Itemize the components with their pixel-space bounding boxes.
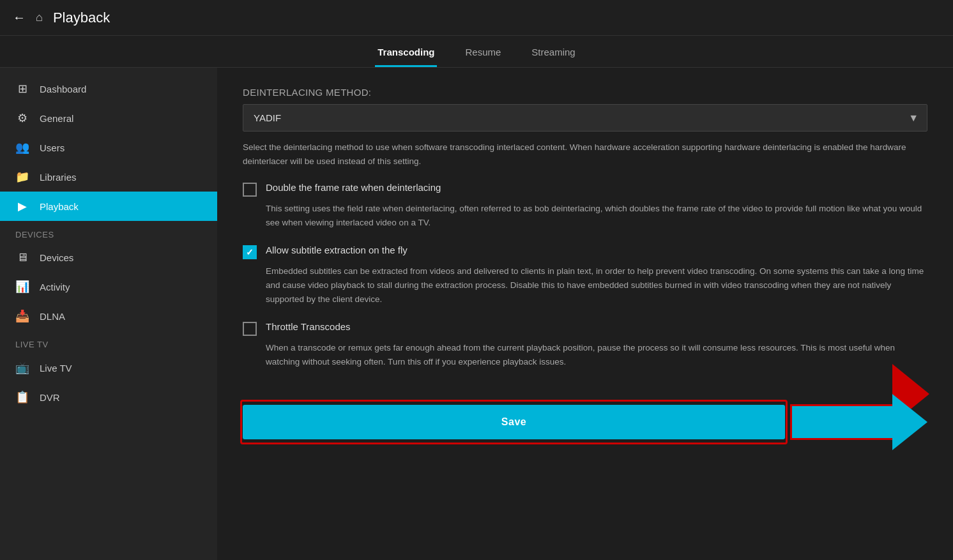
top-header: ← ⌂ Playback	[0, 0, 953, 36]
home-icon[interactable]: ⌂	[36, 11, 43, 24]
dashboard-icon: ⊞	[15, 82, 29, 96]
sidebar-label-devices: Devices	[40, 252, 73, 263]
tab-transcoding[interactable]: Transcoding	[375, 39, 437, 67]
dlna-icon: 📥	[15, 309, 29, 323]
playback-icon: ▶	[15, 199, 29, 213]
double-frame-rate-label: Double the frame rate when deinterlacing	[266, 182, 441, 193]
activity-icon: 📊	[15, 280, 29, 294]
subtitle-extraction-section: Allow subtitle extraction on the fly Emb…	[243, 245, 927, 306]
sidebar-label-general: General	[40, 113, 73, 124]
sidebar-item-dlna[interactable]: 📥 DLNA	[0, 301, 217, 331]
sidebar-label-playback: Playback	[40, 201, 79, 212]
main-layout: ⊞ Dashboard ⚙ General 👥 Users 📁 Librarie…	[0, 68, 953, 560]
deinterlacing-dropdown-wrapper: YADIF ▼	[243, 104, 927, 132]
dvr-icon: 📋	[15, 390, 29, 404]
throttle-transcodes-checkbox[interactable]	[243, 322, 257, 336]
back-button[interactable]: ←	[13, 10, 26, 25]
double-frame-rate-row: Double the frame rate when deinterlacing	[243, 182, 927, 197]
tab-resume[interactable]: Resume	[462, 39, 503, 67]
sidebar: ⊞ Dashboard ⚙ General 👥 Users 📁 Librarie…	[0, 68, 217, 560]
throttle-transcodes-section: Throttle Transcodes When a transcode or …	[243, 321, 927, 368]
subtitle-extraction-checkbox[interactable]	[243, 245, 257, 259]
arrow-tail	[790, 404, 892, 440]
throttle-transcodes-row: Throttle Transcodes	[243, 321, 927, 336]
users-icon: 👥	[15, 140, 29, 155]
sidebar-item-users[interactable]: 👥 Users	[0, 133, 217, 162]
sidebar-label-users: Users	[40, 142, 65, 153]
save-button-wrapper: Save	[243, 405, 785, 439]
save-area: Save	[243, 384, 927, 463]
sidebar-item-livetv[interactable]: 📺 Live TV	[0, 353, 217, 382]
sidebar-item-general[interactable]: ⚙ General	[0, 103, 217, 133]
tab-streaming[interactable]: Streaming	[529, 39, 577, 67]
sidebar-item-libraries[interactable]: 📁 Libraries	[0, 162, 217, 192]
sidebar-label-dvr: DVR	[40, 392, 60, 403]
sidebar-label-activity: Activity	[40, 282, 70, 292]
double-frame-rate-section: Double the frame rate when deinterlacing…	[243, 182, 927, 229]
arrow-indicator	[790, 394, 927, 450]
subtitle-extraction-label: Allow subtitle extraction on the fly	[266, 245, 408, 255]
tabs-bar: Transcoding Resume Streaming	[0, 36, 953, 68]
sidebar-item-activity[interactable]: 📊 Activity	[0, 272, 217, 301]
general-icon: ⚙	[15, 111, 29, 125]
back-icon: ←	[13, 10, 26, 25]
sidebar-item-devices[interactable]: 🖥 Devices	[0, 243, 217, 272]
page-title: Playback	[53, 10, 110, 26]
throttle-transcodes-label: Throttle Transcodes	[266, 321, 351, 332]
double-frame-rate-desc: This setting uses the field rate when de…	[266, 202, 927, 229]
deinterlacing-select[interactable]: YADIF	[243, 104, 927, 132]
devices-section-label: Devices	[0, 221, 217, 243]
libraries-icon: 📁	[15, 170, 29, 184]
subtitle-extraction-row: Allow subtitle extraction on the fly	[243, 245, 927, 259]
sidebar-label-dashboard: Dashboard	[40, 84, 86, 95]
arrow-head-wrapper	[892, 394, 927, 450]
double-frame-rate-checkbox[interactable]	[243, 183, 257, 197]
arrow-head-fill	[892, 394, 927, 450]
sidebar-item-dashboard[interactable]: ⊞ Dashboard	[0, 74, 217, 103]
throttle-transcodes-desc: When a transcode or remux gets far enoug…	[266, 341, 927, 368]
livetv-section-label: Live TV	[0, 331, 217, 353]
sidebar-label-livetv: Live TV	[40, 363, 72, 374]
content-area: Deinterlacing method: YADIF ▼ Select the…	[217, 68, 953, 560]
livetv-icon: 📺	[15, 361, 29, 375]
sidebar-item-playback[interactable]: ▶ Playback	[0, 192, 217, 221]
deinterlacing-desc: Select the deinterlacing method to use w…	[243, 140, 927, 168]
devices-icon: 🖥	[15, 251, 29, 264]
deinterlacing-label: Deinterlacing method:	[243, 87, 927, 98]
sidebar-label-dlna: DLNA	[40, 311, 65, 322]
sidebar-label-libraries: Libraries	[40, 172, 77, 183]
sidebar-item-dvr[interactable]: 📋 DVR	[0, 382, 217, 412]
subtitle-extraction-desc: Embedded subtitles can be extracted from…	[266, 264, 927, 306]
save-button[interactable]: Save	[243, 405, 785, 439]
